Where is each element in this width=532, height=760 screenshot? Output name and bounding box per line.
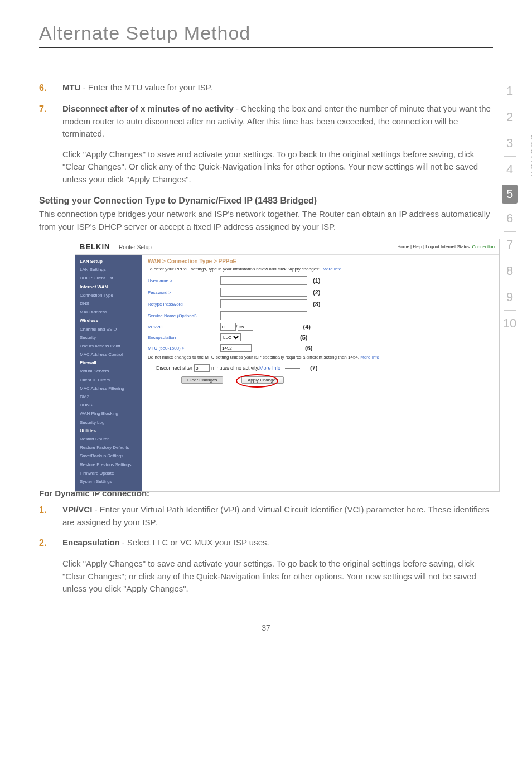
item-text: - Select LLC or VC MUX your ISP uses. — [120, 538, 269, 547]
nav-item[interactable]: DDNS — [75, 401, 142, 409]
clear-changes-button[interactable]: Clear Changes — [181, 376, 223, 384]
item-text: - Enter your Virtual Path Identifier (VP… — [62, 505, 489, 527]
apply-changes-button[interactable]: Apply Changes — [241, 376, 284, 384]
router-logo: BELKIN — [80, 243, 110, 251]
nav-item[interactable]: Save/Backup Settings — [75, 452, 142, 460]
nav-item[interactable]: Channel and SSID — [75, 325, 142, 333]
nav-item[interactable]: Restore Factory Defaults — [75, 443, 142, 452]
list-item: 1. VPI/VCI - Enter your Virtual Path Ide… — [39, 504, 493, 529]
vpi-input[interactable] — [220, 323, 236, 331]
section-num-4[interactable]: 4 — [494, 157, 525, 182]
mtu-label[interactable]: MTU (550-1500) > — [148, 346, 185, 351]
section-num-1[interactable]: 1 — [494, 78, 525, 104]
subheading: Setting your Connection Type to Dynamic/… — [39, 196, 493, 206]
section-num-2[interactable]: 2 — [494, 104, 525, 130]
retype-password-input[interactable] — [220, 299, 307, 308]
list-item: 7. Disconnect after of x minutes of no a… — [39, 103, 493, 141]
password-label[interactable]: Password > — [148, 290, 171, 295]
item-lead: VPI/VCI — [62, 505, 92, 514]
section-vertical-label: section — [528, 135, 532, 178]
callout-7: (7) — [310, 365, 317, 371]
service-name-input[interactable] — [220, 311, 307, 320]
item-body: MTU - Enter the MTU value for your ISP. — [62, 81, 493, 95]
item-number: 1. — [39, 504, 62, 529]
encapsulation-label[interactable]: Encapsulation — [148, 335, 176, 340]
nav-item[interactable]: LAN Settings — [75, 265, 142, 274]
callout-4: (4) — [303, 323, 311, 330]
more-info-link[interactable]: More Info — [322, 267, 341, 272]
item-body: Disconnect after of x minutes of no acti… — [62, 103, 493, 141]
nav-item[interactable]: DMZ — [75, 393, 142, 401]
vci-input[interactable] — [238, 323, 253, 331]
subheading-body: This connection type bridges your networ… — [39, 208, 493, 233]
mtu-note-text: Do not make changes to the MTU setting u… — [148, 355, 360, 360]
router-status: Home | Help | Logout Internet Status: Co… — [398, 244, 495, 249]
page-number: 37 — [39, 623, 493, 632]
username-input[interactable] — [220, 276, 307, 285]
router-status-value: Connection — [472, 244, 495, 249]
section-num-5[interactable]: 5 — [502, 185, 518, 204]
title-rule — [39, 47, 493, 48]
username-label[interactable]: Username > — [148, 278, 172, 283]
password-input[interactable] — [220, 288, 307, 297]
router-status-prefix: Home | Help | Logout Internet Status: — [398, 244, 472, 249]
router-nav: LAN Setup LAN Settings DHCP Client List … — [75, 255, 142, 491]
disconnect-minutes-input[interactable] — [194, 364, 210, 372]
callout-2: (2) — [313, 289, 320, 296]
item-number: 6. — [39, 81, 62, 95]
nav-item[interactable]: Firmware Update — [75, 469, 142, 477]
list-item: 6. MTU - Enter the MTU value for your IS… — [39, 81, 493, 95]
list-item: 2. Encapsulation - Select LLC or VC MUX … — [39, 536, 493, 550]
nav-header: Internet WAN — [75, 283, 142, 291]
item-body: VPI/VCI - Enter your Virtual Path Identi… — [62, 504, 493, 529]
apply-paragraph-1: Click "Apply Changes" to save and activa… — [62, 148, 493, 186]
nav-header: LAN Setup — [75, 257, 142, 265]
disconnect-label: Disconnect after — [156, 365, 192, 371]
section-num-6[interactable]: 6 — [494, 206, 525, 231]
apply-paragraph-2: Click "Apply Changes" to save and activa… — [62, 558, 493, 596]
callout-1: (1) — [313, 277, 320, 284]
nav-header: Utilities — [75, 427, 142, 435]
service-name-label[interactable]: Service Name (Optional) — [148, 313, 197, 318]
nav-item[interactable]: Restore Previous Settings — [75, 461, 142, 469]
nav-item[interactable]: Security — [75, 333, 142, 342]
mtu-input[interactable] — [220, 344, 252, 352]
mtu-note: Do not make changes to the MTU setting u… — [148, 355, 494, 360]
item-lead: Encapsulation — [62, 538, 120, 547]
nav-item[interactable]: Security Log — [75, 418, 142, 427]
breadcrumb: WAN > Connection Type > PPPoE — [148, 258, 494, 264]
nav-item[interactable]: Restart Router — [75, 435, 142, 443]
more-info-link[interactable]: More Info — [259, 365, 280, 371]
item-number: 7. — [39, 103, 62, 141]
nav-item[interactable]: Connection Type — [75, 291, 142, 299]
nav-item[interactable]: MAC Address — [75, 308, 142, 316]
nav-item[interactable]: WAN Ping Blocking — [75, 409, 142, 418]
nav-header: Firewall — [75, 359, 142, 367]
hint-prefix: To enter your PPPoE settings, type in yo… — [148, 267, 322, 272]
encapsulation-select[interactable]: LLC — [220, 333, 241, 341]
section-num-3[interactable]: 3 — [494, 130, 525, 156]
nav-item[interactable]: Client IP Filters — [75, 376, 142, 384]
page-title: Alternate Setup Method — [39, 22, 493, 44]
nav-item[interactable]: DNS — [75, 299, 142, 308]
item-text: - Enter the MTU value for your ISP. — [81, 83, 212, 92]
nav-item[interactable]: Use as Access Point — [75, 342, 142, 350]
callout-3: (3) — [313, 301, 320, 307]
callout-6: (6) — [305, 345, 312, 351]
nav-header: Wireless — [75, 316, 142, 325]
nav-item[interactable]: Virtual Servers — [75, 367, 142, 375]
disconnect-checkbox[interactable] — [148, 365, 154, 371]
router-screenshot: BELKIN Router Setup Home | Help | Logout… — [75, 239, 500, 492]
nav-item[interactable]: MAC Address Control — [75, 350, 142, 359]
item-body: Encapsulation - Select LLC or VC MUX you… — [62, 536, 493, 550]
nav-item[interactable]: DHCP Client List — [75, 274, 142, 282]
retype-password-label[interactable]: Retype Password — [148, 302, 183, 307]
nav-item[interactable]: System Settings — [75, 477, 142, 486]
nav-item[interactable]: MAC Address Filtering — [75, 384, 142, 393]
callout-5: (5) — [300, 334, 307, 341]
item-lead: MTU — [62, 83, 81, 92]
item-number: 2. — [39, 536, 62, 550]
more-info-link[interactable]: More Info — [360, 355, 379, 360]
vpivci-label[interactable]: VPI/VCI — [148, 325, 163, 330]
router-setup-label: Router Setup — [115, 244, 152, 250]
